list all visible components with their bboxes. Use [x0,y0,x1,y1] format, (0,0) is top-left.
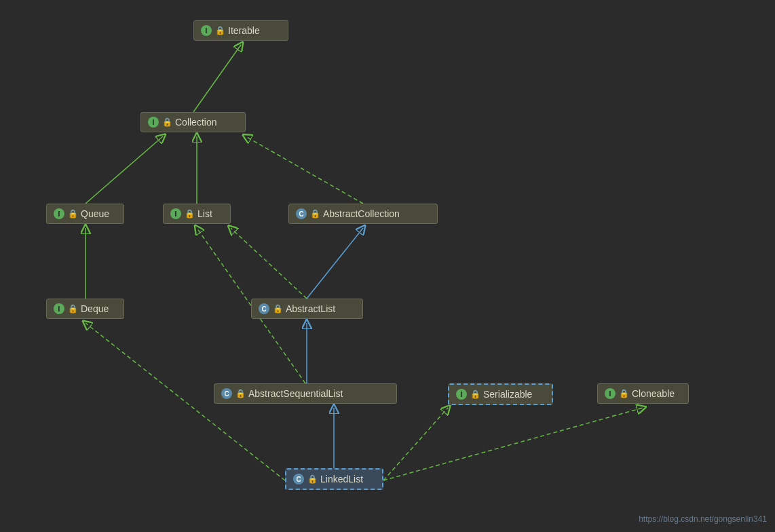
label-linked-list: LinkedList [320,474,363,484]
node-linked-list[interactable]: C 🔒 LinkedList [285,468,383,490]
pkg-icon-iterable: 🔒 [215,26,225,35]
interface-icon-serializable: I [456,389,467,400]
pkg-icon-abstract-sequential-list: 🔒 [235,389,245,398]
node-list[interactable]: I 🔒 List [163,204,231,224]
node-queue[interactable]: I 🔒 Queue [46,204,124,224]
label-queue: Queue [81,208,109,219]
pkg-icon-linked-list: 🔒 [307,474,317,484]
label-collection: Collection [175,117,216,128]
label-iterable: Iterable [228,25,260,36]
watermark: https://blog.csdn.net/gongsenlin341 [639,514,767,524]
node-serializable[interactable]: I 🔒 Serializable [448,383,553,405]
class-icon-linked-list: C [293,474,304,484]
interface-icon-list: I [170,208,181,219]
svg-line-6 [246,136,363,204]
pkg-icon-cloneable: 🔒 [619,389,628,398]
pkg-icon-queue: 🔒 [68,209,77,218]
node-abstract-list[interactable]: C 🔒 AbstractList [251,299,363,319]
node-abstract-collection[interactable]: C 🔒 AbstractCollection [288,204,438,224]
svg-line-9 [307,228,363,299]
label-cloneable: Cloneable [632,388,675,399]
connections-svg [0,0,775,532]
pkg-icon-abstract-list: 🔒 [273,304,282,314]
interface-icon-iterable: I [201,25,212,36]
label-deque: Deque [81,303,109,314]
node-cloneable[interactable]: I 🔒 Cloneable [597,383,689,404]
node-iterable[interactable]: I 🔒 Iterable [193,20,288,41]
node-abstract-sequential-list[interactable]: C 🔒 AbstractSequentialList [214,383,397,404]
interface-icon-deque: I [54,303,64,314]
svg-line-13 [383,408,448,480]
node-collection[interactable]: I 🔒 Collection [140,112,246,132]
svg-line-4 [86,136,163,204]
label-list: List [197,208,212,219]
pkg-icon-deque: 🔒 [68,304,77,314]
node-deque[interactable]: I 🔒 Deque [46,299,124,319]
svg-line-8 [231,228,307,299]
diagram-container: I 🔒 Iterable I 🔒 Collection I 🔒 Queue I … [0,0,775,532]
interface-icon-collection: I [148,117,159,128]
svg-line-3 [193,45,241,112]
class-icon-abstract-list: C [259,303,269,314]
interface-icon-queue: I [54,208,64,219]
interface-icon-cloneable: I [605,388,616,399]
svg-line-14 [383,408,643,480]
pkg-icon-abstract-collection: 🔒 [310,209,320,218]
label-abstract-collection: AbstractCollection [323,208,400,219]
label-abstract-list: AbstractList [286,303,335,314]
pkg-icon-collection: 🔒 [162,117,172,127]
pkg-icon-serializable: 🔒 [470,390,480,399]
class-icon-abstract-collection: C [296,208,307,219]
class-icon-abstract-sequential-list: C [221,388,232,399]
label-serializable: Serializable [483,389,532,400]
label-abstract-sequential-list: AbstractSequentialList [248,388,343,399]
pkg-icon-list: 🔒 [185,209,194,218]
